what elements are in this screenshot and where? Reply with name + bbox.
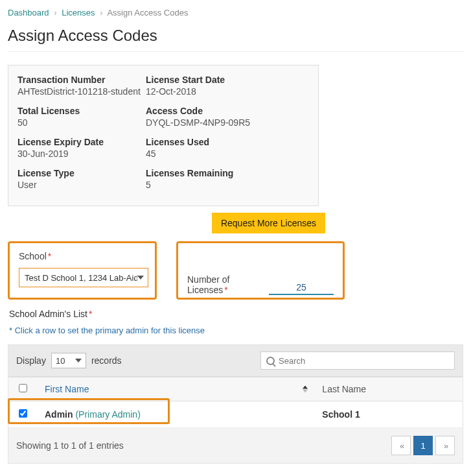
remaining-label: Licenses Remaining xyxy=(146,168,309,178)
page-first-button[interactable]: « xyxy=(391,436,411,455)
total-licenses-label: Total Licenses xyxy=(17,106,146,116)
access-code-value: DYQL-DSMP-4NP9-09R5 xyxy=(146,117,309,128)
primary-admin-hint[interactable]: * Click a row to set the primary admin f… xyxy=(9,326,463,335)
type-label: License Type xyxy=(17,168,146,178)
num-licenses-input[interactable] xyxy=(269,282,334,295)
required-star: * xyxy=(89,309,92,319)
expiry-value: 30-Jun-2019 xyxy=(17,149,146,159)
admins-list-label: School Admin's List xyxy=(9,309,87,319)
num-licenses-label: Number of Licenses xyxy=(187,274,229,295)
breadcrumb-licenses[interactable]: Licenses xyxy=(62,8,95,18)
expiry-label: License Expiry Date xyxy=(17,137,146,147)
last-name-value: School 1 xyxy=(322,409,360,420)
breadcrumb-current: Assign Access Codes xyxy=(107,8,188,18)
access-code-label: Access Code xyxy=(146,106,309,116)
sort-asc-icon xyxy=(303,386,308,389)
first-name-value: Admin xyxy=(45,409,73,420)
sort-desc-icon xyxy=(303,390,308,393)
page-number-button[interactable]: 1 xyxy=(413,436,433,455)
records-label: records xyxy=(91,355,122,366)
school-label: School xyxy=(19,251,47,261)
search-input[interactable] xyxy=(279,356,449,366)
type-value: User xyxy=(17,180,146,190)
chevron-down-icon xyxy=(75,359,82,363)
entries-info: Showing 1 to 1 of 1 entries xyxy=(16,440,124,451)
breadcrumb-dashboard[interactable]: Dashboard xyxy=(8,8,49,18)
total-licenses-value: 50 xyxy=(17,117,146,128)
num-licenses-highlight: Number of Licenses* xyxy=(176,241,345,300)
breadcrumb: Dashboard › Licenses › Assign Access Cod… xyxy=(8,5,463,23)
school-field-highlight: School* Test D School 1, 1234 Lab-Aid xyxy=(8,241,157,300)
admin-table: First Name Last Name Admin (Primary Admi… xyxy=(8,377,463,428)
start-date-label: License Start Date xyxy=(146,75,309,85)
start-date-value: 12-Oct-2018 xyxy=(146,86,309,97)
used-label: Licenses Used xyxy=(146,137,309,147)
display-label: Display xyxy=(16,355,46,366)
search-field[interactable] xyxy=(260,351,455,370)
transaction-number-label: Transaction Number xyxy=(17,75,146,85)
col-first-name[interactable]: First Name xyxy=(37,377,314,401)
used-value: 45 xyxy=(146,149,309,159)
row-checkbox[interactable] xyxy=(19,409,27,418)
chevron-double-left-icon: « xyxy=(400,441,402,451)
license-info-card: Transaction Number AHTestDistrict-101218… xyxy=(8,65,319,206)
display-select[interactable]: 10 xyxy=(51,353,86,368)
required-star: * xyxy=(224,285,227,295)
remaining-value: 5 xyxy=(146,180,309,190)
admin-list-panel: Display 10 records First Name xyxy=(8,344,463,464)
chevron-right-icon: › xyxy=(100,8,102,18)
school-select[interactable]: Test D School 1, 1234 Lab-Aid xyxy=(19,268,148,287)
page-title: Assign Access Codes xyxy=(8,23,463,52)
required-star: * xyxy=(48,251,51,261)
page-last-button[interactable]: » xyxy=(435,436,455,455)
col-last-name[interactable]: Last Name xyxy=(314,377,463,401)
school-select-value: Test D School 1, 1234 Lab-Aid xyxy=(25,273,137,283)
chevron-double-right-icon: » xyxy=(444,441,446,451)
primary-admin-tag: (Primary Admin) xyxy=(75,409,140,420)
transaction-number-value: AHTestDistrict-101218-student xyxy=(17,86,146,97)
chevron-down-icon xyxy=(137,276,144,280)
chevron-right-icon: › xyxy=(54,8,56,18)
display-select-value: 10 xyxy=(56,356,65,366)
sort-indicator xyxy=(303,386,308,393)
pagination: « 1 » xyxy=(391,436,455,455)
search-icon xyxy=(266,357,275,365)
select-all-checkbox[interactable] xyxy=(19,384,27,392)
request-more-button[interactable]: Request More Licenses xyxy=(212,213,325,233)
table-row[interactable]: Admin (Primary Admin) School 1 xyxy=(8,401,463,428)
